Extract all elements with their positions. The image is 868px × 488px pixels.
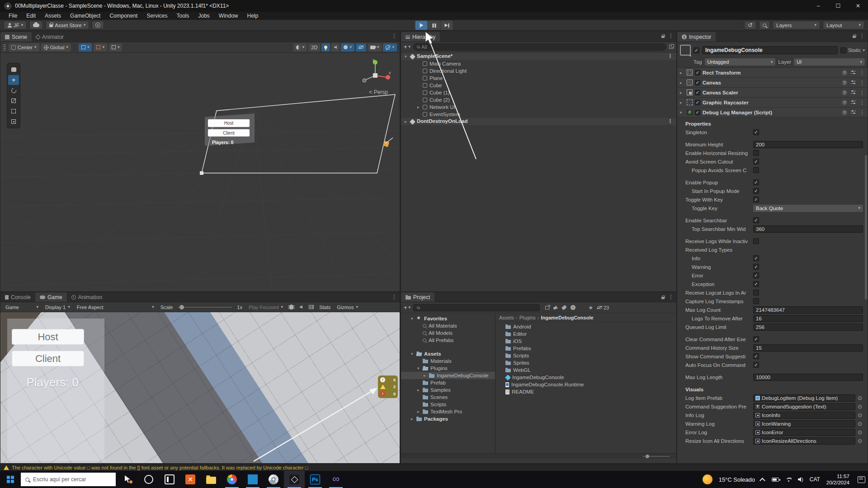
help-icon[interactable]: ? <box>842 110 847 115</box>
photoshop-icon[interactable] <box>305 471 326 488</box>
property-object-field[interactable]: CommandSuggestion (Text) <box>753 403 855 410</box>
property-field[interactable]: 16 <box>753 315 863 322</box>
layout-dropdown[interactable]: Layout ▾ <box>823 21 864 29</box>
object-picker-icon[interactable]: ⊙ <box>857 421 863 427</box>
tool-handle-position-dropdown[interactable]: Center ▾ <box>9 43 39 52</box>
overlay-drag-handle[interactable] <box>3 44 6 51</box>
expand-arrow-icon[interactable] <box>680 100 684 105</box>
presets-icon[interactable] <box>851 70 856 75</box>
audio-toggle-button[interactable] <box>331 43 340 52</box>
property-object-field[interactable]: IconError <box>753 429 855 436</box>
transform-tool-button[interactable] <box>8 117 19 127</box>
scene-picker-icon[interactable] <box>669 45 674 49</box>
project-search-input[interactable] <box>413 304 540 311</box>
menu-item[interactable]: Edit <box>22 12 40 20</box>
property-object-field[interactable]: IconResizeAllDirections <box>753 437 855 445</box>
tab-console[interactable]: Console <box>0 292 35 302</box>
filter-by-label-icon[interactable] <box>561 305 567 310</box>
tab-project[interactable]: Project <box>401 292 434 302</box>
presets-icon[interactable] <box>851 100 856 104</box>
inspector-scrollbar[interactable] <box>865 155 867 300</box>
hierarchy-search-input[interactable]: All <box>413 43 666 51</box>
scene-visibility-button[interactable] <box>356 43 366 52</box>
project-tree-item[interactable]: Favorites <box>401 315 495 322</box>
object-picker-icon[interactable]: ⊙ <box>857 395 863 401</box>
task-view-icon[interactable] <box>159 471 180 488</box>
menu-item[interactable]: GameObject <box>66 12 104 20</box>
menu-item[interactable]: Assets <box>41 12 65 20</box>
perspective-label[interactable]: < Persp <box>369 89 388 95</box>
layer-dropdown[interactable]: UI ▾ <box>794 58 865 66</box>
object-picker-icon[interactable]: ⊙ <box>857 429 863 436</box>
property-field[interactable]: 10000 <box>753 374 863 381</box>
presets-icon[interactable] <box>851 110 856 114</box>
component-enabled-checkbox[interactable]: ✓ <box>695 70 700 75</box>
property-checkbox[interactable]: ✓ <box>753 238 759 244</box>
object-picker-icon[interactable]: ⊙ <box>857 412 863 418</box>
project-tree-item[interactable]: Plugins <box>401 365 495 372</box>
star-icon[interactable]: ★ <box>588 305 593 310</box>
component-header[interactable]: ✓ Rect Transform ? ⋮ <box>677 68 868 78</box>
create-object-button[interactable]: + ▾ <box>404 43 410 50</box>
search-button[interactable] <box>759 21 770 29</box>
stats-button[interactable]: Stats <box>316 305 334 310</box>
property-checkbox[interactable]: ✓ <box>753 217 759 223</box>
kebab-icon[interactable]: ⋮ <box>859 33 865 38</box>
component-header[interactable]: ✓ Debug Log Manager (Script) ? ⋮ <box>677 108 868 117</box>
lock-icon[interactable] <box>661 36 665 38</box>
property-checkbox[interactable]: ✓ <box>753 353 759 359</box>
open-in-window-icon[interactable] <box>545 306 549 310</box>
project-tree-item[interactable]: IngameDebugConsole <box>401 372 495 379</box>
property-checkbox[interactable]: ✓ <box>753 264 759 270</box>
tab-game[interactable]: Game <box>35 292 67 302</box>
menu-item[interactable]: File <box>5 12 21 20</box>
tab-inspector[interactable]: i Inspector <box>677 32 716 42</box>
menu-item[interactable]: Services <box>142 12 171 20</box>
camera-settings-dropdown[interactable]: ▾ <box>368 43 382 52</box>
rotate-tool-button[interactable] <box>8 85 19 95</box>
battery-icon[interactable] <box>772 478 779 482</box>
aspect-dropdown[interactable]: Free Aspect ▾ <box>74 302 157 312</box>
property-checkbox[interactable]: ✓ <box>753 159 759 164</box>
browser-icon[interactable] <box>263 471 284 488</box>
kebab-icon[interactable]: ⋮ <box>859 100 865 105</box>
property-checkbox[interactable]: ✓ <box>753 255 759 261</box>
gameobject-name-field[interactable]: IngameDebugConsole <box>702 46 838 54</box>
property-dropdown[interactable]: Back Quote ▾ <box>753 205 863 212</box>
debug-console-popup[interactable]: ! 0 2 ! 0 <box>378 375 398 398</box>
kebab-icon[interactable]: ⋮ <box>859 90 865 95</box>
tab-hierarchy[interactable]: Hierarchy <box>401 32 440 42</box>
kebab-icon[interactable]: ⋮ <box>859 80 865 85</box>
hidden-items-toggle[interactable]: 23 <box>597 305 609 310</box>
property-checkbox[interactable]: ✓ <box>753 281 759 287</box>
expand-arrow-icon[interactable] <box>680 110 684 115</box>
object-picker-icon[interactable]: ⊙ <box>857 438 863 444</box>
maximize-button[interactable]: ☐ <box>828 0 848 12</box>
object-picker-icon[interactable]: ⊙ <box>857 404 863 410</box>
asset-store-button[interactable]: Asset Store ▾ <box>46 21 89 29</box>
menu-item[interactable]: Tools <box>172 12 193 20</box>
hierarchy-item[interactable]: Directional Light ⋮ <box>401 67 676 75</box>
property-checkbox[interactable]: ✓ <box>753 179 759 185</box>
expand-arrow-icon[interactable] <box>417 409 423 414</box>
language-indicator[interactable]: CAT <box>810 476 820 483</box>
kebab-icon[interactable]: ⋮ <box>668 294 674 300</box>
menu-item[interactable]: Component <box>105 12 142 20</box>
play-button[interactable] <box>415 21 428 30</box>
project-tree-item[interactable]: All Materials <box>401 322 495 329</box>
project-tree-item[interactable]: All Models <box>401 329 495 337</box>
hierarchy-item[interactable]: SampleScene* ⋮ <box>401 53 676 60</box>
hierarchy-item[interactable]: Main Camera ⋮ <box>401 60 676 67</box>
property-object-field[interactable]: DebugLogItem (Debug Log Item) <box>753 394 855 402</box>
component-enabled-checkbox[interactable]: ✓ <box>695 90 700 95</box>
property-checkbox[interactable]: ✓ <box>753 362 759 368</box>
tag-dropdown[interactable]: Untagged ▾ <box>705 58 776 66</box>
layers-dropdown[interactable]: Layers ▾ <box>773 21 820 29</box>
scale-slider[interactable] <box>178 307 232 308</box>
property-checkbox[interactable]: ✓ <box>753 298 759 304</box>
wifi-icon[interactable] <box>785 478 792 482</box>
project-tree-item[interactable]: Assets <box>401 350 495 357</box>
breadcrumb-item[interactable]: Plugins <box>516 315 536 320</box>
circle-app-icon[interactable] <box>138 471 159 488</box>
help-icon[interactable]: ? <box>842 100 847 105</box>
